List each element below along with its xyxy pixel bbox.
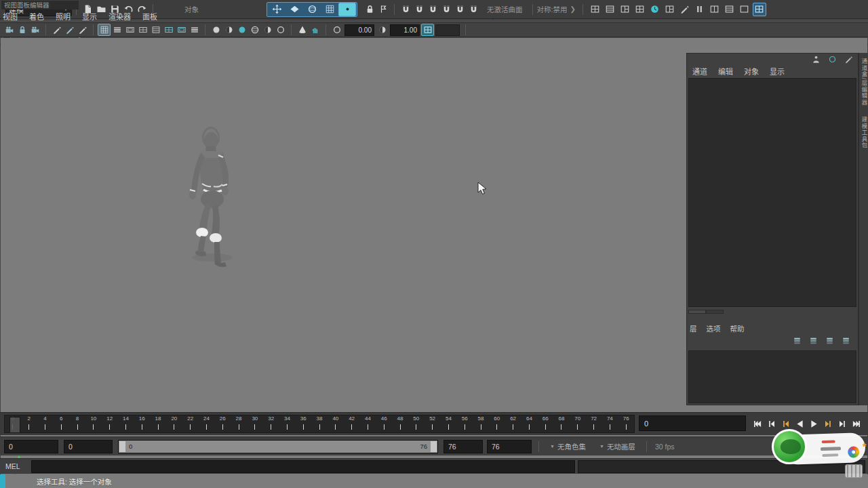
animation-start-field[interactable]: 0 (4, 440, 58, 453)
menu-item[interactable]: 通道 (692, 66, 707, 77)
sidebar-vertical-tab[interactable]: 建模工具包 (859, 111, 868, 155)
gamma-icon[interactable] (376, 24, 389, 36)
toolbar-icon[interactable] (678, 3, 692, 16)
toolbar-icon[interactable] (708, 3, 722, 16)
viewport-panel-label[interactable]: 视图面板编辑器 (1, 1, 79, 9)
toolbar-icon[interactable] (296, 24, 309, 36)
toolbar-icon[interactable] (399, 3, 412, 16)
selection-mode-label[interactable]: 对象 (184, 4, 199, 14)
toolbar-icon[interactable] (274, 24, 287, 36)
timeline-tick[interactable]: 38 (311, 415, 328, 432)
toolbar-icon[interactable] (3, 24, 16, 36)
collapse-arrow-icon[interactable]: ❯ (570, 5, 575, 13)
timeline-tick[interactable]: 4 (37, 415, 54, 432)
toolbar-icon[interactable] (412, 3, 426, 16)
toolbar-icon[interactable] (76, 24, 89, 36)
toolbar-icon[interactable] (63, 24, 76, 36)
range-end-handle[interactable] (430, 441, 437, 453)
toolbar-icon[interactable] (261, 24, 274, 36)
timeline-tick[interactable]: 22 (182, 415, 199, 432)
toolbar-icon[interactable] (453, 3, 467, 16)
toolbar-icon[interactable] (210, 24, 222, 36)
timeline-tick[interactable]: 16 (134, 415, 150, 432)
menu-item[interactable]: 帮助 (730, 323, 745, 333)
timeline-tick[interactable]: 52 (425, 415, 441, 432)
timeline-tick[interactable]: 54 (441, 415, 457, 432)
toolbar-icon[interactable] (618, 3, 632, 16)
transport-button[interactable] (750, 415, 764, 432)
timeline-tick[interactable]: 34 (279, 415, 296, 432)
symmetry-dropdown[interactable]: 对称:禁用 (537, 4, 568, 14)
sidebar-vertical-tab[interactable]: 通道盒/层编辑器 (859, 53, 868, 111)
toolbar-icon[interactable] (28, 24, 41, 36)
toolbar-icon[interactable] (840, 336, 851, 345)
timeline-tick[interactable]: 30 (247, 415, 263, 432)
menu-item[interactable]: 照明 (56, 11, 71, 22)
menu-item[interactable]: 着色 (29, 11, 44, 22)
timeline-tick[interactable]: 26 (214, 415, 231, 432)
timeline-tick[interactable]: 48 (392, 415, 408, 432)
toolbar-icon[interactable] (723, 3, 736, 16)
toolbar-icon[interactable] (827, 54, 837, 64)
timeline-tick[interactable]: 70 (570, 415, 586, 432)
toolbar-icon[interactable] (824, 336, 835, 345)
menu-item[interactable]: 选项 (707, 323, 721, 333)
timeline-tick[interactable]: 58 (473, 415, 489, 432)
toolbar-icon[interactable] (648, 3, 662, 16)
lock-selection-icon[interactable] (363, 3, 376, 16)
timeline-tick[interactable]: 74 (601, 415, 618, 432)
timeline-tick[interactable]: 28 (231, 415, 247, 432)
toolbar-icon[interactable] (175, 24, 188, 36)
exposure-field[interactable]: 0.00 (344, 24, 374, 36)
timeline-tick[interactable]: 20 (166, 415, 182, 432)
viewport-mode-icon[interactable] (421, 24, 434, 36)
timeline-tick[interactable]: 40 (328, 415, 344, 432)
toolbar-icon[interactable] (843, 54, 854, 64)
animation-end-field[interactable]: 76 (487, 440, 532, 453)
menu-item[interactable]: 渲染器 (108, 11, 131, 22)
selection-mask-icon[interactable] (268, 3, 285, 16)
toolbar-icon[interactable] (136, 24, 149, 36)
timeline-tick[interactable]: 14 (118, 415, 134, 432)
timeline-tick[interactable]: 66 (537, 415, 553, 432)
timeline-tick[interactable]: 56 (456, 415, 473, 432)
grid-toggle-icon[interactable] (98, 24, 111, 36)
toolbar-icon[interactable] (123, 24, 136, 36)
tab[interactable] (706, 310, 724, 314)
menu-item[interactable]: 对象 (744, 66, 759, 77)
toolbar-icon[interactable] (439, 3, 453, 16)
current-time-field[interactable]: 0 (639, 415, 746, 431)
timeline-tick[interactable]: 42 (344, 415, 360, 432)
toolbar-icon[interactable] (633, 3, 647, 16)
toolbar-icon[interactable] (188, 24, 201, 36)
mel-input[interactable] (31, 460, 575, 473)
timeline-tick[interactable]: 72 (586, 415, 602, 432)
range-slider-track[interactable]: 0 76 (126, 441, 430, 453)
timeline-tick[interactable]: 62 (505, 415, 521, 432)
menu-item[interactable]: 层 (690, 323, 697, 333)
layer-list[interactable] (688, 350, 856, 403)
toolbar-icon[interactable] (50, 24, 63, 36)
timeline-tick[interactable]: 68 (553, 415, 570, 432)
range-slider[interactable]: 0 76 (118, 440, 438, 453)
renderer-box[interactable] (435, 24, 460, 36)
timeline-tick[interactable]: 46 (376, 415, 392, 432)
timeline-tick[interactable]: 12 (102, 415, 118, 432)
toolbar-icon[interactable] (791, 336, 802, 345)
timeline-tick[interactable]: 50 (408, 415, 425, 432)
toolbar-icon[interactable] (753, 3, 766, 16)
menu-item[interactable]: 面板 (142, 11, 157, 22)
toolbar-icon[interactable] (222, 24, 235, 36)
toolbar-icon[interactable] (111, 24, 123, 36)
gamma-field[interactable]: 1.00 (390, 24, 420, 36)
timeline-tick[interactable]: 76 (618, 415, 634, 432)
channel-box-list[interactable] (688, 78, 856, 307)
timeline-ruler[interactable]: 0 2 4 6 8 10 12 14 16 18 20 22 24 26 (4, 415, 635, 433)
timeline-tick[interactable]: 18 (150, 415, 166, 432)
selection-mask-icon[interactable] (303, 3, 321, 16)
toolbar-icon[interactable] (162, 24, 175, 36)
fps-field[interactable]: 30 fps (655, 443, 675, 451)
toolbar-icon[interactable] (330, 24, 343, 36)
timeline-tick[interactable]: 64 (521, 415, 538, 432)
character-mesh[interactable] (1, 38, 493, 351)
